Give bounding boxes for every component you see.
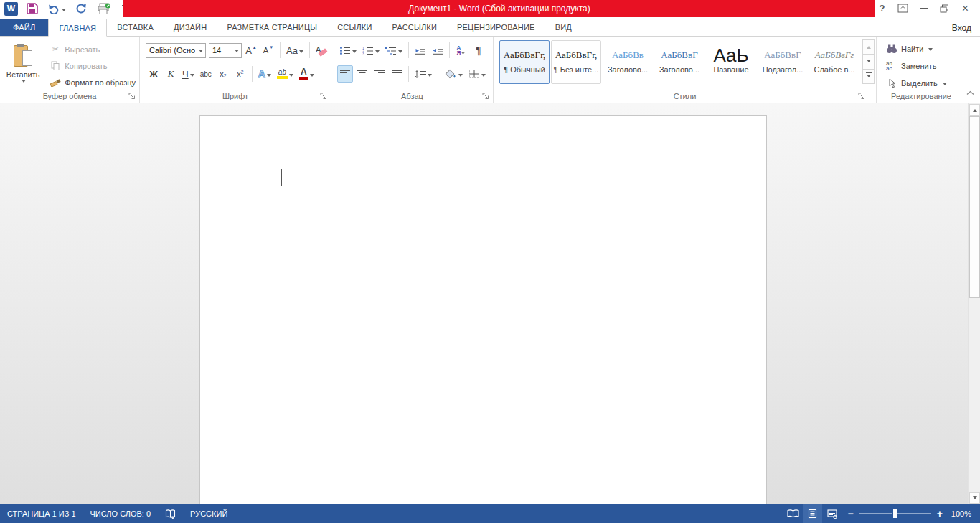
proofing-status-button[interactable] (158, 504, 183, 523)
style-card-heading2[interactable]: АаБбВвГ Заголово... (654, 40, 705, 84)
line-spacing-button[interactable] (413, 65, 434, 83)
style-card-title[interactable]: АаЬ Название (706, 40, 756, 84)
underline-button[interactable]: Ч (180, 65, 197, 83)
word-logo-icon[interactable]: W (4, 2, 18, 16)
bullets-button[interactable] (337, 42, 359, 59)
strikethrough-button[interactable]: abc (198, 65, 214, 83)
font-name-combo[interactable]: Calibri (Осно (146, 43, 206, 58)
superscript-button[interactable]: x2 (232, 65, 248, 83)
tab-design[interactable]: ДИЗАЙН (164, 19, 217, 36)
print-layout-icon (808, 509, 817, 519)
page-count[interactable]: СТРАНИЦА 1 ИЗ 1 (0, 504, 83, 523)
decrease-indent-button[interactable] (413, 42, 428, 59)
clipboard-dialog-launcher[interactable] (128, 92, 136, 100)
font-size-combo[interactable]: 14 (209, 43, 242, 58)
sort-button[interactable]: А Я (453, 42, 469, 59)
shading-button[interactable] (442, 65, 465, 83)
web-layout-button[interactable] (822, 504, 842, 523)
styles-scroll-down-button[interactable] (862, 54, 875, 69)
ribbon-display-options-button[interactable] (892, 1, 913, 17)
tab-insert[interactable]: ВСТАВКА (107, 19, 164, 36)
zoom-in-button[interactable]: + (937, 510, 943, 517)
sign-in-link[interactable]: Вход (952, 19, 971, 37)
text-effects-button[interactable]: A (256, 65, 273, 83)
find-button[interactable]: Найти (884, 41, 979, 56)
styles-scroll-up-button[interactable] (862, 39, 875, 55)
paste-dropdown-icon (22, 80, 26, 85)
style-preview: АаБбВвГг, (552, 47, 600, 65)
shrink-font-button[interactable]: A ▼ (260, 42, 276, 59)
tab-review[interactable]: РЕЦЕНЗИРОВАНИЕ (447, 19, 545, 36)
style-card-no-spacing[interactable]: АаБбВвГг, ¶ Без инте... (551, 40, 601, 84)
restore-button[interactable] (934, 1, 955, 17)
tab-page-layout[interactable]: РАЗМЕТКА СТРАНИЦЫ (217, 19, 327, 36)
vertical-scrollbar[interactable] (968, 103, 980, 504)
group-font: Calibri (Осно 14 A ▲ A ▼ (140, 37, 331, 103)
minimize-button[interactable] (913, 1, 934, 17)
zoom-slider-handle[interactable] (892, 509, 897, 519)
style-card-heading1[interactable]: АаБбВв Заголово... (603, 40, 653, 84)
zoom-slider[interactable] (859, 513, 931, 514)
zoom-out-button[interactable]: − (847, 510, 853, 517)
document-page[interactable] (199, 115, 767, 504)
clear-formatting-button[interactable]: A (314, 42, 329, 59)
align-center-button[interactable] (354, 65, 370, 83)
cut-button[interactable]: ✂ Вырезать (47, 42, 138, 57)
collapse-ribbon-button[interactable] (966, 85, 974, 98)
justify-button[interactable] (389, 65, 405, 83)
scrollbar-thumb[interactable] (969, 116, 980, 298)
align-left-icon (340, 70, 350, 78)
styles-dialog-launcher[interactable] (857, 92, 866, 100)
close-button[interactable]: × (955, 1, 976, 17)
language-button[interactable]: РУССКИЙ (183, 504, 235, 523)
print-layout-button[interactable] (803, 504, 822, 523)
shrink-arrow-icon: ▼ (269, 45, 273, 50)
word-count[interactable]: ЧИСЛО СЛОВ: 0 (83, 504, 159, 523)
paragraph-group-label: Абзац (331, 92, 493, 100)
multilevel-list-button[interactable] (383, 42, 405, 59)
replace-button[interactable]: abac Заменить (884, 58, 979, 73)
italic-button[interactable]: К (163, 65, 179, 83)
align-right-button[interactable] (372, 65, 387, 83)
zoom-level[interactable]: 100% (948, 509, 980, 518)
scroll-down-button[interactable] (969, 492, 980, 504)
paragraph-dialog-launcher[interactable] (481, 92, 490, 100)
save-button[interactable] (25, 1, 39, 16)
grow-font-button[interactable]: A ▲ (243, 42, 259, 59)
redo-button[interactable] (74, 1, 88, 16)
subscript-button[interactable]: x2 (215, 65, 231, 83)
borders-button[interactable] (466, 65, 488, 83)
scroll-up-button[interactable] (969, 104, 980, 116)
format-painter-button[interactable]: Формат по образцу (47, 75, 138, 90)
text-effects-dropdown-icon (267, 74, 271, 79)
paste-button[interactable]: Вставить (1, 40, 44, 90)
style-name: Заголово... (603, 65, 652, 74)
show-paragraph-marks-button[interactable]: ¶ (471, 42, 486, 59)
replace-label: Заменить (901, 62, 936, 70)
font-dialog-launcher[interactable] (319, 92, 328, 100)
style-card-normal[interactable]: АаБбВвГг, ¶ Обычный (499, 40, 550, 84)
select-button[interactable]: Выделить (884, 75, 979, 90)
numbering-button[interactable]: 123 (360, 42, 382, 59)
bold-button[interactable]: Ж (146, 65, 161, 83)
align-left-button[interactable] (337, 65, 353, 83)
increase-indent-button[interactable] (430, 42, 446, 59)
highlight-dropdown-icon (289, 74, 293, 79)
read-mode-button[interactable] (783, 504, 803, 523)
highlight-button[interactable]: ab (275, 65, 296, 83)
tab-home[interactable]: ГЛАВНАЯ (48, 19, 107, 37)
tab-mailings[interactable]: РАССЫЛКИ (382, 19, 447, 36)
font-color-button[interactable]: А (297, 65, 316, 83)
tab-view[interactable]: ВИД (545, 19, 582, 36)
undo-button[interactable] (47, 1, 67, 16)
style-card-subtitle[interactable]: АаБбВвГ Подзагол... (758, 40, 808, 84)
tab-references[interactable]: ССЫЛКИ (327, 19, 382, 36)
styles-more-button[interactable] (862, 69, 875, 84)
help-button[interactable]: ? (872, 1, 892, 17)
quick-print-button[interactable] (95, 1, 113, 16)
style-card-subtle-emphasis[interactable]: АаБбВвГг Слабое в... (809, 40, 859, 84)
tab-file[interactable]: ФАЙЛ (0, 19, 48, 36)
copy-button[interactable]: Копировать (47, 58, 138, 73)
style-name: Подзагол... (758, 65, 807, 74)
change-case-button[interactable]: Aa (284, 42, 306, 59)
